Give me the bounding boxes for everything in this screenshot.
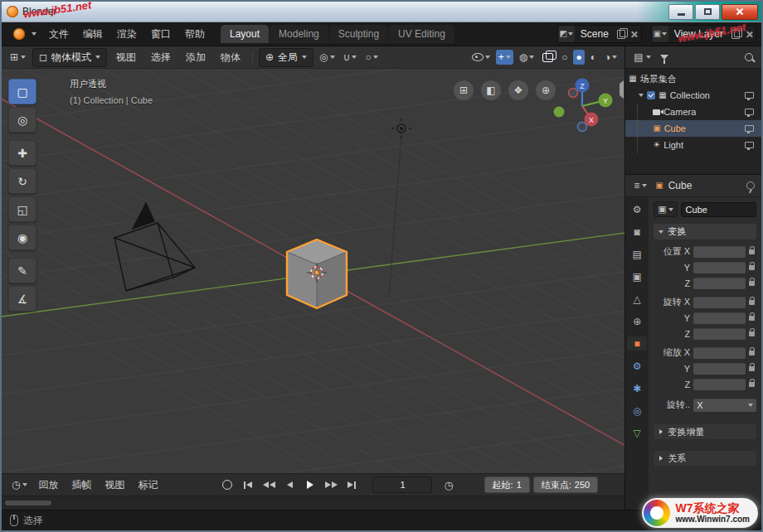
scene-collection-label[interactable]: 场景集合 [640,73,677,85]
measure-tool[interactable]: ∡ [8,286,36,312]
lock-icon[interactable] [749,331,755,336]
lock-icon[interactable] [749,265,755,270]
relations-section[interactable]: 关系 [654,451,756,466]
menu-playback[interactable]: 回放 [32,476,64,495]
orientation-selector[interactable]: ⊕ 全局 [259,48,313,67]
camera-view-button[interactable]: ◧ [481,80,501,100]
menu-select[interactable]: 选择 [145,48,177,67]
location-y-field[interactable] [693,262,746,273]
mode-selector[interactable]: ◻ 物体模式 [32,48,107,67]
object-type-selector[interactable]: ▣ [654,201,677,217]
menu-window[interactable]: 窗口 [144,25,177,44]
menu-keying[interactable]: 插帧 [66,476,97,495]
maximize-button[interactable] [695,4,720,20]
tab-world[interactable]: ⊕ [627,314,647,328]
xray-toggle[interactable] [540,51,556,64]
tab-view-layer[interactable]: ▣ [627,269,647,283]
lock-icon[interactable] [749,351,755,355]
menu-view[interactable]: 视图 [110,48,142,67]
view-layer-selector[interactable]: ▣ View Layer [651,25,756,43]
jump-to-start-button[interactable] [241,478,255,491]
jump-to-end-button[interactable] [344,478,359,491]
camera-object[interactable] [114,203,195,291]
shading-material-button[interactable]: ◐ [588,50,599,65]
light-label[interactable]: Light [663,140,683,150]
outliner-editor-selector[interactable]: ▤ [630,50,654,65]
prev-keyframe-button[interactable] [261,478,276,491]
pin-icon[interactable] [746,181,755,190]
next-keyframe-button[interactable] [323,478,338,491]
shading-rendered-button[interactable]: ◑ [602,50,620,65]
tab-modifiers[interactable]: ⚙ [627,359,647,373]
tab-uv-editing[interactable]: UV Editing [389,25,454,43]
select-box-tool[interactable]: ▢ [8,79,36,104]
object-name-field[interactable]: Cube [681,202,756,217]
lock-icon[interactable] [749,316,755,321]
scene-selector[interactable]: ◩ Scene [557,25,642,43]
disable-in-render-icon[interactable] [745,142,754,148]
move-tool[interactable]: ✚ [8,140,36,166]
location-z-field[interactable] [693,278,746,289]
auto-keying-toggle[interactable] [220,478,235,491]
proportional-editing-toggle[interactable]: ○ [362,50,380,65]
search-icon[interactable] [745,53,753,61]
disable-in-render-icon[interactable] [745,109,754,115]
rotation-y-field[interactable] [693,312,746,324]
remove-view-layer-button[interactable] [742,26,756,42]
outliner-row-light[interactable]: ☀ Light [625,137,761,153]
3d-viewport[interactable]: 用户透视 (1) Collection | Cube ▢ ◎ ✚ ↻ ◱ ◉ ✎… [2,69,624,473]
tab-tool[interactable]: ⚙ [627,202,647,216]
unlink-scene-button[interactable] [628,26,641,42]
properties-editor-selector[interactable]: ≡ [630,178,650,193]
close-button[interactable] [722,4,758,20]
scale-x-field[interactable] [693,347,746,359]
lock-icon[interactable] [749,249,755,254]
scene-name[interactable]: Scene [575,28,615,40]
play-button[interactable] [303,478,318,491]
rotation-mode-selector[interactable]: X [693,399,756,412]
visibility-dropdown[interactable] [469,51,493,63]
minimize-button[interactable] [668,4,693,20]
outliner-row-collection[interactable]: ▦ Collection [625,87,761,104]
menu-file[interactable]: 文件 [42,25,75,44]
tab-particles[interactable]: ✱ [627,381,647,395]
disable-in-render-icon[interactable] [745,125,754,132]
overlays-toggle[interactable]: ◍ [517,50,537,65]
lock-icon[interactable] [749,300,755,305]
navigation-gizmo[interactable]: Z Y X [550,75,615,140]
play-reverse-button[interactable] [282,478,297,491]
transform-tool[interactable]: ◉ [8,225,36,250]
titlebar[interactable]: Blender [2,2,761,22]
pan-view-button[interactable]: ❖ [508,80,528,100]
timeline-scrollbar[interactable] [5,501,51,505]
timeline-editor-selector[interactable]: ◷ [8,477,31,492]
disable-in-render-icon[interactable] [745,92,754,99]
location-x-field[interactable] [693,246,746,258]
gizmo-toggle[interactable]: + [496,50,513,65]
pivot-point-selector[interactable]: ◎ [317,50,337,65]
frame-start-field[interactable]: 起始: 1 [484,476,530,493]
menu-help[interactable]: 帮助 [178,25,211,44]
lock-icon[interactable] [749,382,755,387]
tab-scene[interactable]: △ [627,292,647,306]
shading-wireframe-button[interactable]: ○ [559,50,570,65]
tab-sculpting[interactable]: Sculpting [329,25,388,43]
new-view-layer-button[interactable] [729,26,742,42]
expand-caret-icon[interactable] [639,94,644,97]
lock-icon[interactable] [749,281,755,286]
rotate-tool[interactable]: ↻ [8,168,36,194]
cursor-tool[interactable]: ◎ [8,107,36,133]
tab-render[interactable]: ◙ [627,225,647,239]
outliner-row-cube[interactable]: ▣ Cube [625,120,761,137]
scale-y-field[interactable] [693,363,746,375]
tab-output[interactable]: ▤ [627,247,647,261]
collection-checkbox[interactable] [647,91,655,99]
snap-toggle[interactable]: ∪ [341,50,360,65]
rotation-x-field[interactable] [693,297,746,308]
annotate-tool[interactable]: ✎ [8,258,36,283]
transform-section-header[interactable]: 变换 [654,224,756,239]
delta-transform-section[interactable]: 变换增量 [654,424,756,439]
view-layer-name[interactable]: View Layer [668,28,729,40]
menu-add[interactable]: 添加 [180,48,211,67]
menu-object[interactable]: 物体 [215,48,246,67]
